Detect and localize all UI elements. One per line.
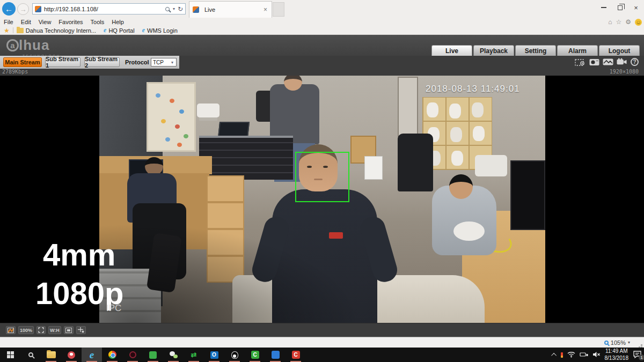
browser-action-icons: ⌂ ☆ ⚙ ☺ (608, 18, 642, 26)
chrome-button[interactable] (102, 348, 122, 362)
add-favorite-star-icon[interactable]: ★ (4, 27, 10, 34)
tray-alert-icon[interactable] (561, 352, 563, 358)
tab-close-icon[interactable]: × (262, 6, 268, 13)
favorite-wms-login[interactable]: e WMS Login (142, 26, 178, 34)
nav-tab-live[interactable]: Live (431, 45, 472, 56)
favorites-star-icon[interactable]: ☆ (616, 19, 621, 25)
stream-bar: Main Stream Sub Stream 1 Sub Stream 2 Pr… (0, 56, 644, 69)
start-button[interactable] (0, 348, 20, 362)
video-timestamp: 2018-08-13 11:49:01 (426, 84, 520, 94)
menu-help[interactable]: Help (112, 19, 124, 25)
record-icon[interactable] (617, 57, 627, 67)
camtasia-button[interactable]: C (245, 348, 265, 362)
original-size-icon[interactable] (64, 326, 74, 334)
sub-stream-2-button[interactable]: Sub Stream 2 (84, 57, 120, 67)
zoom-dropdown-icon[interactable]: ▾ (628, 340, 630, 345)
menu-tools[interactable]: Tools (91, 19, 105, 25)
refresh-icon[interactable]: ↻ (178, 5, 183, 13)
resize-grip[interactable] (641, 344, 642, 346)
sync-app-button[interactable]: ⇄ (184, 348, 204, 362)
screen: ← → http://192.168.1.108/ ▾ ↻ Live × × F… (0, 0, 644, 362)
search-icon[interactable] (165, 7, 170, 11)
blue-app-button[interactable] (265, 348, 286, 362)
zoom-control[interactable]: 105% ▾ (604, 337, 630, 348)
image-adjust-icon[interactable] (6, 326, 16, 334)
favorite-label: WMS Login (147, 27, 178, 34)
overlay-channel-text: IPC (106, 303, 121, 314)
browser-titlebar: ← → http://192.168.1.108/ ▾ ↻ Live × × (0, 0, 644, 18)
browser-menubar: File Edit View Favorites Tools Help ⌂ ☆ … (0, 18, 644, 26)
url-text[interactable]: http://192.168.1.108/ (44, 6, 163, 12)
nav-tab-setting[interactable]: Setting (515, 45, 556, 56)
wechat-button[interactable] (163, 348, 184, 362)
menu-view[interactable]: View (39, 19, 52, 25)
red-app-button[interactable]: C (286, 348, 306, 362)
windows-logo-icon (7, 351, 14, 358)
feedback-smiley-icon[interactable]: ☺ (635, 19, 642, 26)
tray-time: 11:49 AM (605, 348, 629, 355)
favorite-dahua[interactable]: Dahua Technology Intern... (17, 27, 96, 34)
help-icon[interactable]: ? (631, 58, 639, 66)
tray-expand-icon[interactable] (551, 353, 557, 358)
wifi-icon[interactable] (567, 350, 575, 360)
wechat-icon (170, 351, 178, 358)
resolution-text: 1920×1080 (610, 69, 639, 75)
nav-tab-logout[interactable]: Logout (599, 45, 640, 56)
tray-date: 8/13/2018 (605, 355, 629, 362)
dahua-logo: a lhua TECHNOLOGY (6, 38, 49, 52)
media-app-button[interactable] (122, 348, 143, 362)
tray-clock[interactable]: 11:49 AM 8/13/2018 (605, 348, 629, 361)
protocol-label: Protocol (125, 56, 149, 69)
menu-edit[interactable]: Edit (21, 19, 31, 25)
volume-muted-icon[interactable] (592, 350, 601, 360)
nav-tab-alarm[interactable]: Alarm (557, 45, 598, 56)
digital-zoom-icon[interactable] (575, 57, 586, 67)
minimize-icon (601, 7, 606, 8)
sub-stream-1-button[interactable]: Sub Stream 1 (45, 57, 80, 67)
fullscreen-icon[interactable] (36, 326, 46, 334)
camera-tool-icon (68, 351, 75, 359)
ethernet-icon[interactable] (580, 350, 588, 360)
page-favicon (35, 6, 41, 12)
triple-snapshot-icon[interactable] (603, 57, 613, 67)
browser-statusbar: 105% ▾ (0, 337, 644, 348)
taskbar-search-button[interactable] (20, 348, 41, 362)
folder-icon (47, 351, 56, 358)
favorites-bar: ★ Dahua Technology Intern... e HQ Portal… (0, 26, 644, 35)
favorite-label: HQ Portal (108, 27, 134, 34)
close-button[interactable]: × (628, 0, 644, 15)
settings-gear-icon[interactable]: ⚙ (625, 19, 631, 25)
outlook-button[interactable]: O (204, 348, 224, 362)
search-dropdown-icon[interactable]: ▾ (173, 6, 175, 11)
rule-info-icon[interactable] (76, 326, 86, 334)
search-icon (28, 352, 33, 357)
new-tab-button[interactable] (273, 2, 284, 17)
forward-button[interactable]: → (17, 3, 29, 15)
browser-tab-live[interactable]: Live × (189, 1, 272, 18)
nav-tab-playback[interactable]: Playback (473, 45, 514, 56)
snapshot-icon[interactable] (589, 57, 599, 67)
minimize-button[interactable] (596, 0, 612, 15)
camera-tool-button[interactable] (61, 348, 82, 362)
restore-button[interactable] (612, 0, 628, 15)
video-panel[interactable]: 2018-08-13 11:49:01 4mm 1080p IPC (0, 76, 644, 323)
stream-info-row: 2789Kbps 1920×1080 (0, 69, 644, 76)
action-center-button[interactable]: 1 (633, 351, 642, 359)
evernote-button[interactable] (143, 348, 163, 362)
aspect-ratio-button[interactable]: W:H (48, 326, 61, 334)
menu-favorites[interactable]: Favorites (58, 19, 83, 25)
favorite-hq-portal[interactable]: e HQ Portal (104, 26, 135, 34)
protocol-select[interactable]: TCP ▾ (151, 58, 177, 67)
favorite-label: Dahua Technology Intern... (26, 27, 96, 34)
address-bar[interactable]: http://192.168.1.108/ ▾ ↻ (32, 3, 186, 14)
main-stream-button[interactable]: Main Stream (3, 57, 42, 67)
back-button[interactable]: ← (2, 2, 16, 16)
file-explorer-button[interactable] (41, 348, 61, 362)
evernote-icon (149, 351, 157, 359)
window-controls: × (596, 0, 644, 16)
internet-explorer-button[interactable]: e (82, 348, 102, 362)
qq-button[interactable] (224, 348, 245, 362)
zoom-100-button[interactable]: 100% (18, 326, 34, 334)
home-icon[interactable]: ⌂ (608, 19, 612, 25)
menu-file[interactable]: File (4, 19, 13, 25)
